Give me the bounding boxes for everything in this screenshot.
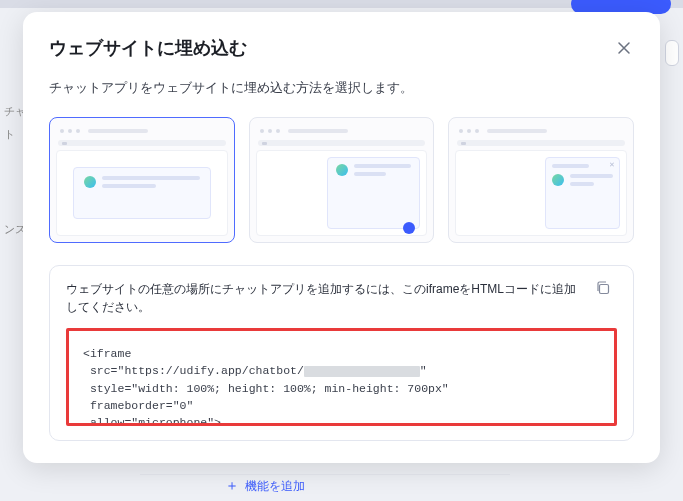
background-divider xyxy=(140,474,510,475)
embed-modal: ウェブサイトに埋め込む チャットアプリをウェブサイトに埋め込む方法を選択します。 xyxy=(23,12,660,463)
close-button[interactable] xyxy=(614,38,634,58)
browser-address-bar xyxy=(457,140,625,146)
modal-header: ウェブサイトに埋め込む xyxy=(49,36,634,60)
modal-title: ウェブサイトに埋め込む xyxy=(49,36,247,60)
option-preview-body: ✕ xyxy=(455,150,627,236)
browser-address-bar xyxy=(58,140,226,146)
panel-close-icon: ✕ xyxy=(609,161,615,169)
bubble-badge-icon xyxy=(403,222,415,234)
browser-chrome-dots xyxy=(256,124,428,138)
embed-option-full-page[interactable] xyxy=(49,117,235,243)
avatar-icon xyxy=(84,176,96,188)
modal-subtitle: チャットアプリをウェブサイトに埋め込む方法を選択します。 xyxy=(49,80,634,97)
code-section: ウェブサイトの任意の場所にチャットアプリを追加するには、このiframeをHTM… xyxy=(49,265,634,441)
copy-button[interactable] xyxy=(595,280,617,302)
embed-option-bubble[interactable] xyxy=(249,117,435,243)
embed-option-side-panel[interactable]: ✕ xyxy=(448,117,634,243)
plus-icon: ＋ xyxy=(225,477,239,495)
copy-icon xyxy=(595,280,611,296)
add-feature-button[interactable]: ＋ 機能を追加 xyxy=(225,477,305,495)
option-preview-body xyxy=(56,150,228,236)
redacted-token xyxy=(304,366,420,377)
browser-address-bar xyxy=(258,140,426,146)
browser-chrome-dots xyxy=(56,124,228,138)
embed-options-row: ✕ xyxy=(49,117,634,243)
avatar-icon xyxy=(552,174,564,186)
avatar-icon xyxy=(336,164,348,176)
browser-chrome-dots xyxy=(455,124,627,138)
add-feature-label: 機能を追加 xyxy=(245,478,305,495)
code-description: ウェブサイトの任意の場所にチャットアプリを追加するには、このiframeをHTM… xyxy=(66,280,583,316)
option-preview-body xyxy=(256,150,428,236)
iframe-code-block[interactable]: <iframe src="https://udify.app/chatbot/"… xyxy=(66,328,617,426)
svg-rect-0 xyxy=(600,285,609,294)
close-icon xyxy=(617,41,631,55)
side-toggle[interactable] xyxy=(665,40,679,66)
